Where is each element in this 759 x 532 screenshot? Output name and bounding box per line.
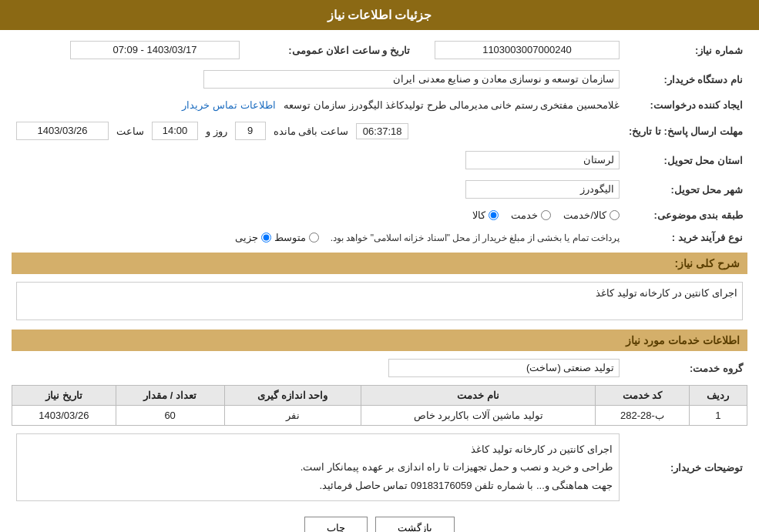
print-button[interactable]: چاپ <box>304 517 368 532</box>
buyer-desc-line2: طراحی و خرید و نصب و حمل تجهیزات تا راه … <box>23 458 613 476</box>
radio-medium-input[interactable] <box>309 233 319 243</box>
province-label: استان محل تحویل: <box>624 148 747 172</box>
info-table-service-group: گروه خدمت: تولید صنعتی (ساخت) <box>12 356 747 380</box>
services-info-title: اطلاعات خدمات مورد نیاز <box>626 334 740 346</box>
deadline-days-value: 9 <box>235 122 266 140</box>
info-table-deadline: مهلت ارسال پاسخ: تا تاریخ: 06:37:18 ساعت… <box>12 119 747 143</box>
announce-label: تاریخ و ساعت اعلان عمومی: <box>244 38 415 62</box>
need-description-header: شرح کلی نیاز: <box>12 253 747 274</box>
creator-name: غلامحسین مفتخری رستم خانی مدیرمالی طرح ت… <box>284 99 620 111</box>
page-container: جزئیات اطلاعات نیاز شماره نیاز: 11030030… <box>0 0 759 532</box>
radio-goods-service-input[interactable] <box>610 210 620 220</box>
requester-org-value: سازمان توسعه و نوسازی معادن و صنایع معدن… <box>203 70 620 89</box>
buyer-desc-line1: اجرای کانتین در کارخانه تولید کاغذ <box>23 440 613 458</box>
radio-goods-input[interactable] <box>489 210 499 220</box>
creator-label: ایجاد کننده درخواست: <box>624 96 747 114</box>
service-group-label: گروه خدمت: <box>624 356 747 380</box>
purchase-radio-group: پرداخت تمام یا بخشی از مبلغ خریدار از مح… <box>16 232 620 243</box>
info-table-city: شهر محل تحویل: الیگودرز <box>12 177 747 202</box>
info-table-buyer-desc: توضیحات خریدار: اجرای کانتین در کارخانه … <box>12 430 747 504</box>
creator-contact-link[interactable]: اطلاعات تماس خریدار <box>182 99 275 111</box>
cell-qty: 60 <box>116 406 224 426</box>
cell-row: 1 <box>689 406 747 426</box>
radio-goods: کالا <box>472 209 499 221</box>
radio-partial-label: جزیی <box>235 232 258 243</box>
buyer-description-box: اجرای کانتین در کارخانه تولید کاغذ طراحی… <box>16 433 620 501</box>
cell-name: تولید ماشین آلات باکاربرد خاص <box>361 406 596 426</box>
col-date: تاریخ نیاز <box>12 386 116 406</box>
services-info-header: اطلاعات خدمات مورد نیاز <box>12 330 747 351</box>
info-table-org: نام دستگاه خریدار: سازمان توسعه و نوسازی… <box>12 67 747 92</box>
info-table-category: طبقه بندی موضوعی: کالا/خدمت خدمت <box>12 206 747 224</box>
province-value: لرستان <box>465 151 620 169</box>
category-label: طبقه بندی موضوعی: <box>624 206 747 224</box>
radio-partial-input[interactable] <box>261 233 271 243</box>
button-row: بازگشت چاپ <box>12 517 747 532</box>
need-number-value: 1103003007000240 <box>435 41 620 59</box>
table-row: 1 ب-28-282 تولید ماشین آلات باکاربرد خاص… <box>12 406 747 426</box>
deadline-row: 06:37:18 ساعت باقی مانده 9 روز و 14:00 س… <box>16 122 620 140</box>
category-radio-group: کالا/خدمت خدمت کالا <box>16 209 620 221</box>
col-name: نام خدمت <box>361 386 596 406</box>
col-code: کد خدمت <box>596 386 689 406</box>
need-number-label: شماره نیاز: <box>624 38 747 62</box>
purchase-note: پرداخت تمام یا بخشی از مبلغ خریدار از مح… <box>331 233 620 243</box>
cell-code: ب-28-282 <box>596 406 689 426</box>
deadline-date-value: 1403/03/26 <box>16 122 109 140</box>
col-row: ردیف <box>689 386 747 406</box>
content-area: شماره نیاز: 1103003007000240 تاریخ و ساع… <box>0 30 759 532</box>
back-button[interactable]: بازگشت <box>375 517 455 532</box>
radio-goods-label: کالا <box>472 209 485 221</box>
cell-unit: نفر <box>224 406 361 426</box>
service-group-value: تولید صنعتی (ساخت) <box>388 359 620 377</box>
buyer-description-label: توضیحات خریدار: <box>624 430 747 504</box>
days-label: روز و <box>206 125 227 137</box>
need-description-box: اجرای کانتین در کارخانه تولید کاغذ <box>16 282 743 320</box>
announce-datetime-value: 1403/03/17 - 07:09 <box>70 41 240 59</box>
buyer-desc-line3: جهت هماهنگی و... با شماره تلفن 091831760… <box>23 477 613 494</box>
radio-service-input[interactable] <box>541 210 551 220</box>
cell-date: 1403/03/26 <box>12 406 116 426</box>
radio-goods-service-label: کالا/خدمت <box>563 209 606 221</box>
countdown-value: 06:37:18 <box>356 123 409 139</box>
info-table-creator: ایجاد کننده درخواست: غلامحسین مفتخری رست… <box>12 96 747 114</box>
time-label: ساعت <box>116 125 144 137</box>
radio-service-label: خدمت <box>511 209 538 221</box>
col-qty: تعداد / مقدار <box>116 386 224 406</box>
page-header: جزئیات اطلاعات نیاز <box>0 0 759 30</box>
col-unit: واحد اندازه گیری <box>224 386 361 406</box>
info-table-need-desc: اجرای کانتین در کارخانه تولید کاغذ <box>12 279 747 323</box>
deadline-label: مهلت ارسال پاسخ: تا تاریخ: <box>624 119 747 143</box>
info-table-top: شماره نیاز: 1103003007000240 تاریخ و ساع… <box>12 38 747 62</box>
radio-service: خدمت <box>511 209 551 221</box>
requester-org-label: نام دستگاه خریدار: <box>624 67 747 92</box>
purchase-type-label: نوع فرآیند خرید : <box>624 229 747 246</box>
radio-partial: جزیی <box>235 232 271 243</box>
page-title: جزئیات اطلاعات نیاز <box>327 8 432 22</box>
countdown-label: ساعت باقی مانده <box>274 125 348 137</box>
radio-medium: متوسط <box>274 232 319 243</box>
city-label: شهر محل تحویل: <box>624 177 747 202</box>
need-description-title: شرح کلی نیاز: <box>675 257 740 269</box>
city-value: الیگودرز <box>465 180 620 199</box>
deadline-time-value: 14:00 <box>152 122 198 140</box>
radio-medium-label: متوسط <box>274 232 306 243</box>
radio-goods-service: کالا/خدمت <box>563 209 620 221</box>
info-table-purchase: نوع فرآیند خرید : پرداخت تمام یا بخشی از… <box>12 229 747 246</box>
services-table: ردیف کد خدمت نام خدمت واحد اندازه گیری ت… <box>12 385 747 426</box>
info-table-province: استان محل تحویل: لرستان <box>12 148 747 172</box>
